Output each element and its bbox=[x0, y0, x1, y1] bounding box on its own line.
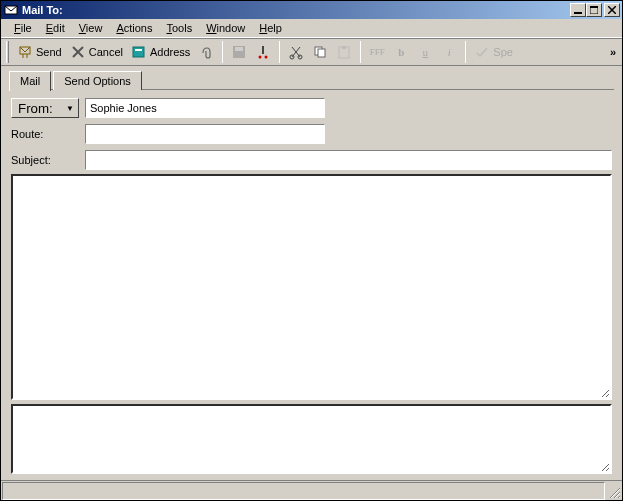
route-row: Route: bbox=[11, 124, 612, 144]
header-form: From: ▼ Route: Subject: bbox=[1, 90, 622, 174]
menu-window[interactable]: Window bbox=[199, 20, 252, 36]
button-label: Send bbox=[36, 46, 62, 58]
paste-button bbox=[333, 41, 355, 63]
svg-rect-3 bbox=[590, 6, 598, 8]
spellcheck-icon bbox=[474, 44, 490, 60]
maximize-button[interactable] bbox=[586, 3, 602, 17]
title-bar: Mail To: bbox=[1, 1, 622, 19]
svg-point-9 bbox=[259, 56, 262, 59]
resize-grip-icon[interactable] bbox=[606, 482, 622, 500]
message-body[interactable] bbox=[11, 174, 612, 400]
route-label: Route: bbox=[11, 128, 79, 140]
status-segment bbox=[2, 482, 605, 500]
scissors-icon bbox=[288, 44, 304, 60]
menu-label: indow bbox=[217, 22, 246, 34]
menu-label: iew bbox=[86, 22, 103, 34]
toolbar-separator bbox=[279, 41, 280, 63]
address-button[interactable]: Address bbox=[128, 41, 193, 63]
svg-rect-6 bbox=[135, 49, 142, 51]
menu-label: dit bbox=[53, 22, 65, 34]
menu-actions[interactable]: Actions bbox=[109, 20, 159, 36]
from-row: From: ▼ bbox=[11, 98, 612, 118]
toolbar-overflow-icon[interactable]: » bbox=[606, 46, 620, 58]
window-title: Mail To: bbox=[22, 4, 570, 16]
menu-tools[interactable]: Tools bbox=[159, 20, 199, 36]
mail-window: Mail To: File Edit View Actions Tools Wi… bbox=[0, 0, 623, 501]
tab-label: Send Options bbox=[64, 75, 131, 87]
subject-label: Subject: bbox=[11, 154, 79, 166]
status-bar bbox=[1, 480, 622, 500]
minimize-button[interactable] bbox=[570, 3, 586, 17]
button-label: Spe bbox=[493, 46, 513, 58]
italic-button: i bbox=[438, 41, 460, 63]
svg-rect-5 bbox=[133, 47, 144, 57]
menu-label: ctions bbox=[124, 22, 153, 34]
route-input[interactable] bbox=[85, 124, 325, 144]
toolbar-separator bbox=[465, 41, 466, 63]
menu-file[interactable]: File bbox=[7, 20, 39, 36]
toolbar-grip[interactable] bbox=[6, 41, 9, 63]
menu-label: ools bbox=[172, 22, 192, 34]
paperclip-icon bbox=[198, 44, 214, 60]
app-icon bbox=[3, 2, 19, 18]
bold-button: b bbox=[390, 41, 412, 63]
menu-edit[interactable]: Edit bbox=[39, 20, 72, 36]
svg-rect-1 bbox=[574, 12, 582, 14]
send-icon bbox=[17, 44, 33, 60]
tab-send-options[interactable]: Send Options bbox=[53, 71, 142, 90]
menu-label: elp bbox=[267, 22, 282, 34]
from-input[interactable] bbox=[85, 98, 325, 118]
tab-label: Mail bbox=[20, 75, 40, 87]
window-controls bbox=[570, 3, 620, 17]
menu-bar: File Edit View Actions Tools Window Help bbox=[1, 19, 622, 38]
toolbar: Send Cancel Address bbox=[1, 38, 622, 66]
from-dropdown-button[interactable]: From: ▼ bbox=[11, 98, 79, 118]
body-region bbox=[1, 174, 622, 480]
send-button[interactable]: Send bbox=[14, 41, 65, 63]
cancel-button[interactable]: Cancel bbox=[67, 41, 126, 63]
copy-button[interactable] bbox=[309, 41, 331, 63]
tab-mail[interactable]: Mail bbox=[9, 71, 51, 91]
toolbar-separator bbox=[222, 41, 223, 63]
attach-button[interactable] bbox=[195, 41, 217, 63]
subject-input[interactable] bbox=[85, 150, 612, 170]
button-label: Address bbox=[150, 46, 190, 58]
font-icon: FFF bbox=[369, 44, 385, 60]
menu-view[interactable]: View bbox=[72, 20, 110, 36]
italic-icon: i bbox=[441, 44, 457, 60]
underline-button: u bbox=[414, 41, 436, 63]
paste-icon bbox=[336, 44, 352, 60]
priority-icon bbox=[255, 44, 271, 60]
menu-label: ile bbox=[21, 22, 32, 34]
subject-row: Subject: bbox=[11, 150, 612, 170]
button-label: Cancel bbox=[89, 46, 123, 58]
cut-button[interactable] bbox=[285, 41, 307, 63]
bold-icon: b bbox=[393, 44, 409, 60]
svg-rect-16 bbox=[342, 46, 346, 49]
svg-rect-8 bbox=[235, 47, 243, 51]
svg-rect-14 bbox=[318, 49, 325, 57]
close-button[interactable] bbox=[604, 3, 620, 17]
svg-point-10 bbox=[265, 56, 268, 59]
cancel-icon bbox=[70, 44, 86, 60]
save-icon bbox=[231, 44, 247, 60]
chevron-down-icon: ▼ bbox=[66, 104, 74, 113]
save-button[interactable] bbox=[228, 41, 250, 63]
menu-help[interactable]: Help bbox=[252, 20, 289, 36]
spell-button: Spe bbox=[471, 41, 516, 63]
address-book-icon bbox=[131, 44, 147, 60]
font-button: FFF bbox=[366, 41, 388, 63]
attachments-area[interactable] bbox=[11, 404, 612, 474]
copy-icon bbox=[312, 44, 328, 60]
toolbar-separator bbox=[360, 41, 361, 63]
from-label: From: bbox=[18, 101, 53, 116]
underline-icon: u bbox=[417, 44, 433, 60]
priority-button[interactable] bbox=[252, 41, 274, 63]
tab-strip: Mail Send Options bbox=[1, 66, 622, 90]
